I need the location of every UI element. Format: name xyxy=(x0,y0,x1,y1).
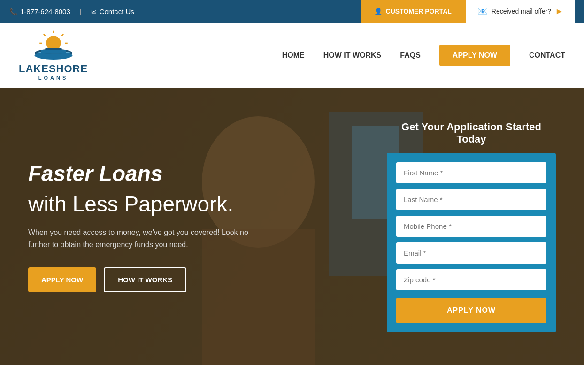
phone-icon xyxy=(9,8,17,15)
logo-container: LAKESHORE LOANS xyxy=(19,30,88,81)
hero-buttons: APPLY NOW HOW IT WORKS xyxy=(28,267,263,292)
user-icon xyxy=(374,8,382,15)
last-name-input[interactable] xyxy=(396,189,546,210)
hero-left: Faster Loans with Less Paperwork. When y… xyxy=(28,161,263,293)
svg-rect-9 xyxy=(41,50,66,54)
first-name-input[interactable] xyxy=(396,162,546,183)
nav-contact[interactable]: CONTACT xyxy=(529,51,565,60)
nav-faqs[interactable]: FAQS xyxy=(400,51,421,60)
top-bar: 1-877-624-8003 | Contact Us CUSTOMER POR… xyxy=(0,0,584,23)
nav-home[interactable]: HOME xyxy=(282,51,305,60)
svg-line-2 xyxy=(61,34,63,36)
apply-now-nav-button[interactable]: APPLY NOW xyxy=(439,45,510,66)
svg-line-3 xyxy=(44,34,46,36)
hero-section: Faster Loans with Less Paperwork. When y… xyxy=(0,88,584,365)
mobile-phone-input[interactable] xyxy=(396,216,546,237)
form-title: Get Your Application Started Today xyxy=(387,121,556,145)
hero-apply-button[interactable]: APPLY NOW xyxy=(28,267,96,292)
mail-offer-button[interactable]: Received mail offer? ► xyxy=(465,0,575,23)
divider: | xyxy=(80,8,82,15)
phone-link[interactable]: 1-877-624-8003 xyxy=(9,8,70,15)
hero-description: When you need access to money, we've got… xyxy=(28,226,263,250)
contact-link[interactable]: Contact Us xyxy=(91,8,134,15)
mail-offer-label: Received mail offer? xyxy=(492,8,551,15)
logo-svg xyxy=(32,30,75,63)
zip-code-input[interactable] xyxy=(396,269,546,290)
hero-subheadline: with Less Paperwork. xyxy=(28,191,263,217)
email-icon xyxy=(91,8,97,15)
logo-title: LAKESHORE xyxy=(19,63,88,75)
arrow-icon: ► xyxy=(555,7,563,16)
phone-number: 1-877-624-8003 xyxy=(20,8,70,15)
navbar: LAKESHORE LOANS HOME HOW IT WORKS FAQS A… xyxy=(0,23,584,88)
hero-headline: Faster Loans xyxy=(28,161,263,187)
customer-portal-button[interactable]: CUSTOMER PORTAL xyxy=(361,0,465,23)
logo-subtitle: LOANS xyxy=(38,75,69,81)
hero-right: Get Your Application Started Today APPLY… xyxy=(387,121,556,332)
hero-how-button[interactable]: HOW IT WORKS xyxy=(104,267,186,292)
customer-portal-label: CUSTOMER PORTAL xyxy=(386,8,452,15)
email-input[interactable] xyxy=(396,242,546,264)
application-form: APPLY NOW xyxy=(387,153,556,332)
top-bar-right: CUSTOMER PORTAL Received mail offer? ► xyxy=(361,0,575,23)
top-bar-left: 1-877-624-8003 | Contact Us xyxy=(9,8,134,15)
contact-label: Contact Us xyxy=(100,8,134,15)
nav-links: HOME HOW IT WORKS FAQS APPLY NOW CONTACT xyxy=(282,45,565,66)
nav-how-it-works[interactable]: HOW IT WORKS xyxy=(323,51,382,60)
form-apply-button[interactable]: APPLY NOW xyxy=(396,298,546,323)
mail-envelope-icon xyxy=(477,6,488,16)
